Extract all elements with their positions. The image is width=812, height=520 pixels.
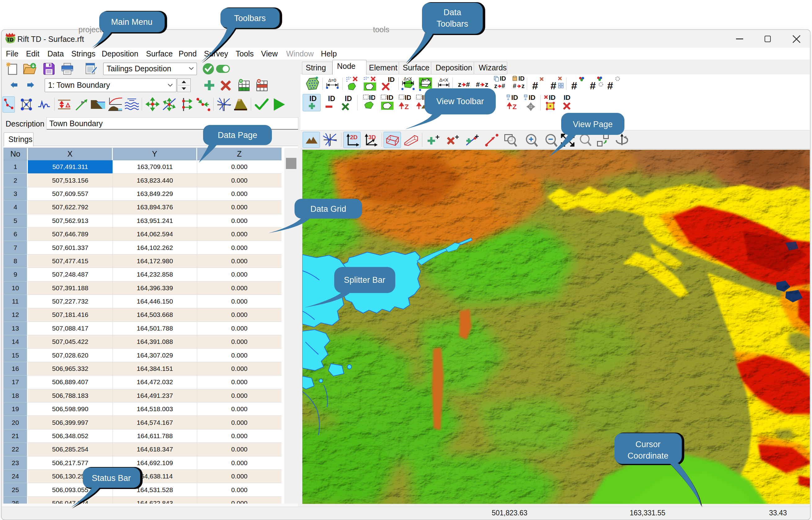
svg-text:#: #: [513, 82, 516, 89]
svg-text:ID: ID: [518, 76, 525, 82]
svg-text:Data Grid: Data Grid: [310, 204, 346, 214]
svg-text:ID: ID: [529, 94, 535, 101]
svg-text:Δ<X: Δ<X: [404, 77, 412, 81]
svg-text:TD: TD: [7, 37, 13, 43]
svg-text:ID: ID: [500, 76, 506, 82]
svg-text:Main Menu: Main Menu: [111, 17, 153, 27]
svg-text:ID: ID: [549, 94, 556, 101]
svg-text:Toolbars: Toolbars: [437, 19, 468, 28]
svg-text:#: #: [571, 80, 577, 91]
svg-text:ID: ID: [387, 94, 393, 101]
svg-text:Δ<X: Δ<X: [421, 78, 430, 82]
svg-text:View Toolbar: View Toolbar: [436, 97, 484, 106]
svg-text:ID: ID: [564, 94, 571, 101]
svg-text:Splitter Bar: Splitter Bar: [344, 275, 385, 285]
svg-text:Δ<X: Δ<X: [439, 77, 448, 82]
svg-text:Data Page: Data Page: [218, 131, 257, 140]
svg-text:ID: ID: [511, 94, 518, 101]
svg-text:2D: 2D: [350, 134, 358, 140]
svg-text:Cursor: Cursor: [635, 440, 660, 449]
svg-text:z: z: [522, 82, 525, 89]
svg-text:ID: ID: [328, 95, 335, 103]
svg-text:Δ=0: Δ=0: [328, 78, 336, 83]
svg-text:#: #: [550, 80, 556, 91]
svg-text:ID: ID: [309, 95, 317, 103]
svg-text:#: #: [607, 80, 613, 91]
svg-text:ID: ID: [345, 95, 352, 103]
svg-text:Data: Data: [443, 8, 461, 17]
svg-text:3D: 3D: [368, 134, 376, 140]
svg-text:Z: Z: [513, 103, 517, 111]
svg-text:#: #: [532, 80, 538, 91]
svg-text:#: #: [590, 80, 596, 91]
svg-text:Status Bar: Status Bar: [92, 473, 131, 483]
svg-text:View Page: View Page: [573, 120, 613, 129]
svg-text:Toolbars: Toolbars: [234, 14, 266, 23]
svg-text:ID: ID: [369, 94, 375, 101]
svg-text:Coordinate: Coordinate: [628, 451, 669, 461]
svg-text:ID: ID: [388, 76, 395, 83]
